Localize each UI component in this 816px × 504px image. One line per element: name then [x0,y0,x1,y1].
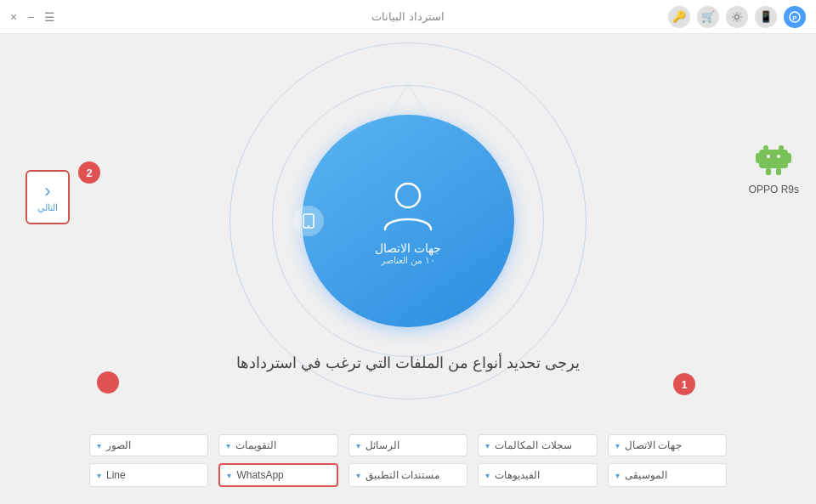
svg-point-15 [396,184,420,207]
center-circle: جهات الاتصال ١٠ من العناصر [302,115,514,327]
step-badge-1 [97,371,119,394]
whatsapp-chevron-icon: ▾ [227,471,231,480]
svg-text:P: P [792,14,797,21]
circle-label: جهات الاتصال [375,241,441,255]
file-type-whatsapp[interactable]: WhatsApp ▾ [218,463,337,487]
device-name: OPPO R9s [749,184,799,195]
videos-chevron-icon: ▾ [485,471,490,480]
svg-point-11 [777,155,780,158]
window-controls: ☰ − × [10,10,55,24]
photos-chevron-icon: ▾ [97,441,101,450]
svg-point-10 [767,155,770,158]
calendars-chevron-icon: ▾ [226,441,230,450]
file-type-music[interactable]: الموسيقى ▾ [608,463,727,487]
person-icon [378,177,438,236]
circle-sublabel: ١٠ من العناصر [381,255,435,266]
svg-point-2 [735,14,740,19]
step-badge-2: 2 [78,161,100,184]
back-button[interactable]: ‹ التالي [26,170,70,224]
file-type-line[interactable]: Line ▾ [89,463,208,487]
svg-point-17 [308,225,309,227]
file-type-call-logs[interactable]: سجلات المكالمات ▾ [478,434,597,456]
file-type-videos[interactable]: الفيديوهات ▾ [478,463,597,487]
file-type-photos[interactable]: الصور ▾ [89,434,208,456]
messages-chevron-icon: ▾ [356,441,360,450]
svg-rect-7 [786,153,791,163]
svg-rect-9 [776,168,781,175]
contacts-chevron-icon: ▾ [615,441,620,450]
line-chevron-icon: ▾ [97,471,101,480]
call-logs-chevron-icon: ▾ [485,441,490,450]
main-title: يرجى تحديد أنواع من الملفات التي ترغب في… [236,354,580,372]
menu-button[interactable]: ☰ [44,10,55,24]
icon-settings[interactable] [726,6,748,28]
close-button[interactable]: × [10,10,17,24]
music-chevron-icon: ▾ [615,471,620,480]
back-label: التالي [37,202,58,213]
device-info: OPPO R9s [749,136,799,195]
android-icon [752,136,795,178]
file-type-messages[interactable]: الرسائل ▾ [348,434,468,456]
svg-rect-8 [766,168,771,175]
svg-rect-5 [759,150,788,168]
step-badge-1-real: 1 [673,373,695,395]
main-content: ‹ التالي 2 OPPO R9s [0,34,816,504]
radar-container: جهات الاتصال ١٠ من العناصر [230,42,586,399]
file-type-contacts[interactable]: جهات الاتصال ▾ [608,434,727,456]
icon-cart[interactable]: 🛒 [697,6,719,28]
phone-side-icon [293,206,324,236]
titlebar-icons: P 📱 🛒 🔑 [668,6,806,28]
file-type-app-docs[interactable]: مستندات التطبيق ▾ [348,463,468,487]
file-type-calendars[interactable]: التقويمات ▾ [218,434,337,456]
titlebar: P 📱 🛒 🔑 استرداد البيانات ☰ − × [0,0,816,34]
svg-rect-6 [756,153,761,163]
minimize-button[interactable]: − [27,10,34,24]
icon-key[interactable]: 🔑 [668,6,690,28]
back-chevron-icon: ‹ [44,182,50,201]
file-types-grid: جهات الاتصال ▾ سجلات المكالمات ▾ الرسائل… [89,434,727,487]
icon-pd[interactable]: P [784,6,806,28]
titlebar-title: استرداد البيانات [371,10,445,23]
app-docs-chevron-icon: ▾ [356,471,360,480]
icon-phone[interactable]: 📱 [755,6,777,28]
